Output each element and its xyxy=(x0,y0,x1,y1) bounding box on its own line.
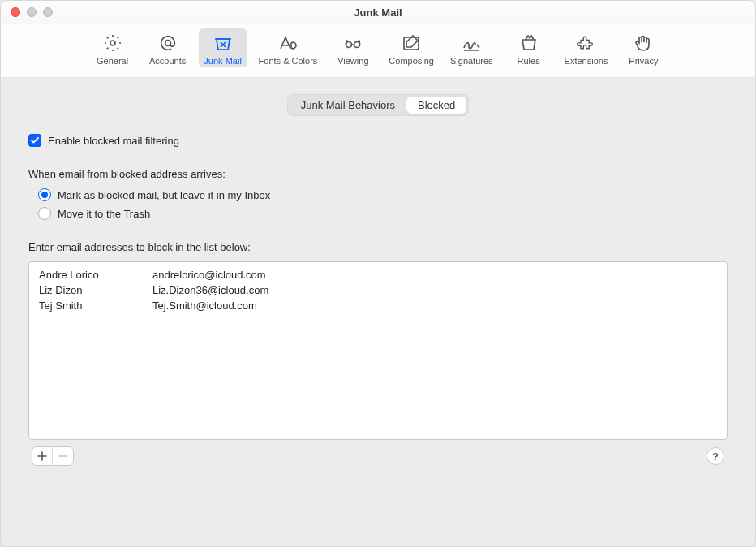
toolbar-item-junk-mail[interactable]: Junk Mail xyxy=(199,28,247,67)
toolbar-item-composing[interactable]: Composing xyxy=(384,28,439,67)
blocked-email: andrelorico@icloud.com xyxy=(152,269,266,281)
radio-move-to-trash[interactable] xyxy=(38,207,51,220)
blocked-email: Tej.Smith@icloud.com xyxy=(152,299,257,312)
titlebar: Junk Mail xyxy=(1,1,755,24)
check-icon xyxy=(30,136,40,145)
toolbar-label-junk-mail: Junk Mail xyxy=(204,56,241,66)
toolbar-label-signatures: Signatures xyxy=(450,56,493,66)
preferences-window: Junk Mail General Accounts xyxy=(0,0,756,547)
enable-blocked-checkbox-row[interactable]: Enable blocked mail filtering xyxy=(28,134,728,147)
blocked-email: Liz.Dizon36@icloud.com xyxy=(152,284,268,296)
toolbar-label-viewing: Viewing xyxy=(337,56,368,66)
add-remove-group xyxy=(32,446,74,466)
content-area: Junk Mail Behaviors Blocked Enable block… xyxy=(1,78,755,546)
arrives-heading: When email from blocked address arrives: xyxy=(28,168,728,180)
preferences-toolbar: General Accounts Junk Mail xyxy=(1,24,755,78)
help-icon: ? xyxy=(712,450,719,463)
arrives-radio-group: Mark as blocked mail, but leave it in my… xyxy=(38,188,728,220)
compose-icon xyxy=(400,32,423,54)
help-button[interactable]: ? xyxy=(707,447,724,465)
svg-point-0 xyxy=(110,41,115,45)
signature-icon xyxy=(460,32,483,54)
toolbar-item-extensions[interactable]: Extensions xyxy=(560,28,613,67)
hand-icon xyxy=(632,32,655,54)
svg-point-3 xyxy=(354,42,360,48)
svg-point-2 xyxy=(346,42,352,48)
toolbar-item-general[interactable]: General xyxy=(88,28,137,67)
toolbar-label-extensions: Extensions xyxy=(565,56,608,66)
list-item[interactable]: Liz Dizon Liz.Dizon36@icloud.com xyxy=(29,282,727,298)
toolbar-item-accounts[interactable]: Accounts xyxy=(144,28,192,67)
radio-row-move-to-trash[interactable]: Move it to the Trash xyxy=(38,207,728,220)
segmented-control: Junk Mail Behaviors Blocked xyxy=(287,94,470,116)
toolbar-label-accounts: Accounts xyxy=(149,56,186,66)
list-heading: Enter email addresses to block in the li… xyxy=(28,241,728,253)
segmented-control-wrap: Junk Mail Behaviors Blocked xyxy=(12,89,744,131)
toolbar-item-privacy[interactable]: Privacy xyxy=(619,28,668,67)
glasses-icon xyxy=(341,32,364,54)
blocked-addresses-list[interactable]: Andre Lorico andrelorico@icloud.com Liz … xyxy=(28,261,728,440)
tab-junk-mail-behaviors[interactable]: Junk Mail Behaviors xyxy=(290,97,406,114)
list-controls: ? xyxy=(28,440,728,466)
enable-blocked-label: Enable blocked mail filtering xyxy=(48,135,179,147)
rules-icon xyxy=(518,32,540,54)
add-button[interactable] xyxy=(32,447,53,465)
toolbar-item-rules[interactable]: Rules xyxy=(505,28,553,67)
toolbar-label-privacy: Privacy xyxy=(629,56,658,66)
toolbar-label-fonts: Fonts & Colors xyxy=(259,56,318,66)
fonts-icon xyxy=(277,32,299,54)
plus-icon xyxy=(37,451,47,461)
tab-blocked[interactable]: Blocked xyxy=(406,97,466,114)
blocked-panel: Enable blocked mail filtering When email… xyxy=(12,131,744,469)
enable-blocked-checkbox[interactable] xyxy=(28,134,41,147)
toolbar-item-signatures[interactable]: Signatures xyxy=(445,28,498,67)
radio-trash-label: Move it to the Trash xyxy=(58,208,150,220)
puzzle-icon xyxy=(574,32,597,54)
toolbar-label-rules: Rules xyxy=(518,56,540,66)
minus-icon xyxy=(58,451,68,461)
gear-icon xyxy=(101,32,124,54)
blocked-name: Andre Lorico xyxy=(39,269,152,281)
radio-leave-in-inbox[interactable] xyxy=(38,188,51,201)
list-item[interactable]: Tej Smith Tej.Smith@icloud.com xyxy=(29,298,727,313)
window-title: Junk Mail xyxy=(1,6,755,19)
toolbar-item-fonts[interactable]: Fonts & Colors xyxy=(254,28,323,67)
toolbar-item-viewing[interactable]: Viewing xyxy=(329,28,377,67)
blocked-name: Tej Smith xyxy=(39,299,152,312)
radio-leave-label: Mark as blocked mail, but leave it in my… xyxy=(58,189,270,201)
radio-row-leave-in-inbox[interactable]: Mark as blocked mail, but leave it in my… xyxy=(38,188,728,201)
toolbar-label-composing: Composing xyxy=(389,56,434,66)
remove-button[interactable] xyxy=(53,447,73,465)
toolbar-label-general: General xyxy=(97,56,128,66)
at-sign-icon xyxy=(157,32,179,54)
list-item[interactable]: Andre Lorico andrelorico@icloud.com xyxy=(29,267,727,282)
blocked-name: Liz Dizon xyxy=(39,284,152,296)
svg-point-1 xyxy=(165,41,170,46)
junk-mail-icon xyxy=(212,32,234,54)
